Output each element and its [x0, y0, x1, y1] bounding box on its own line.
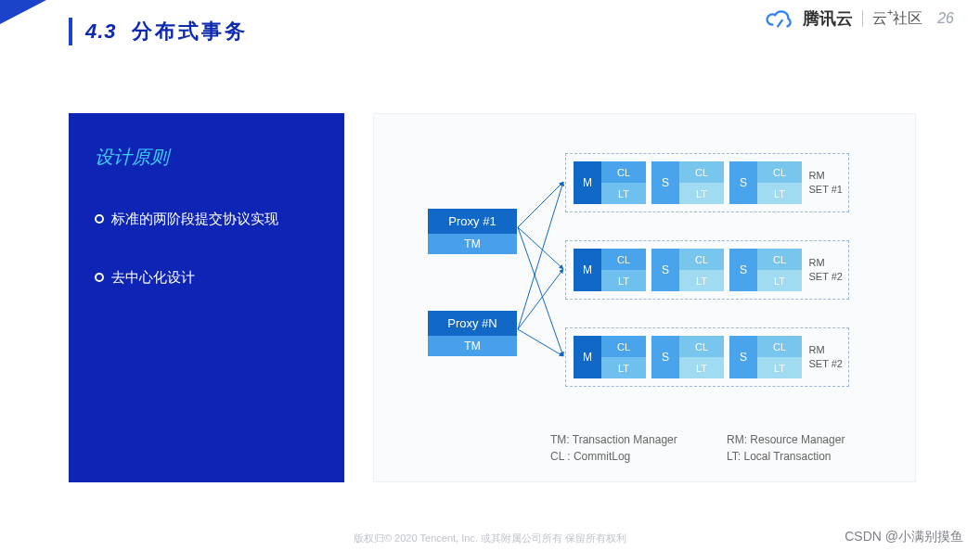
watermark: CSDN @小满别摸鱼	[845, 529, 963, 545]
node-type: M	[574, 249, 601, 291]
master-node: MCLLT	[574, 336, 646, 378]
proxy-label: Proxy #N	[428, 311, 517, 336]
legend-item: CL : CommitLog	[550, 450, 727, 463]
node-type: S	[729, 161, 757, 204]
sidebar-title: 设计原则	[95, 145, 318, 170]
slave-node: SCLLT	[651, 249, 724, 291]
node-cl: CL	[757, 336, 802, 357]
diagram-canvas: Proxy #1 TM Proxy #N TM MCLLTSCLLTSCLLTR…	[373, 113, 916, 482]
slave-node: SCLLT	[651, 336, 724, 378]
master-node: MCLLT	[574, 161, 646, 204]
brand-separator	[862, 10, 863, 27]
node-type: M	[574, 336, 601, 378]
node-cl: CL	[601, 336, 646, 357]
set-group: MCLLTSCLLTSCLLTRMSET #2	[565, 240, 849, 300]
proxy-box: Proxy #1 TM	[428, 209, 517, 254]
legend: TM: Transaction Manager RM: Resource Man…	[550, 433, 903, 463]
svg-line-0	[518, 182, 563, 227]
node-lt: LT	[601, 270, 646, 291]
brand-main-text: 腾讯云	[803, 7, 853, 30]
proxy-sub: TM	[428, 234, 517, 254]
node-type: M	[574, 161, 601, 204]
set-label: RMSET #2	[809, 343, 844, 372]
node-lt: LT	[601, 183, 646, 204]
node-lt: LT	[757, 183, 802, 204]
node-type: S	[729, 336, 757, 378]
node-lt: LT	[601, 357, 646, 378]
footer-copyright: 版权归© 2020 Tencent, Inc. 或其附属公司所有 保留所有权利	[0, 532, 980, 545]
node-cl: CL	[757, 161, 802, 183]
node-cl: CL	[601, 249, 646, 270]
set-label: RMSET #1	[809, 169, 844, 198]
legend-item: RM: Resource Manager	[727, 433, 903, 446]
node-type: S	[729, 249, 757, 291]
node-lt: LT	[679, 270, 724, 291]
proxy-label: Proxy #1	[428, 209, 517, 234]
node-lt: LT	[757, 357, 802, 378]
node-cl: CL	[679, 161, 724, 183]
set-group: MCLLTSCLLTSCLLTRMSET #2	[565, 327, 849, 387]
legend-item: TM: Transaction Manager	[550, 433, 727, 446]
master-node: MCLLT	[574, 249, 646, 291]
svg-line-2	[518, 227, 563, 356]
slave-node: SCLLT	[729, 336, 802, 378]
brand-plus-icon: +	[887, 7, 893, 18]
top-left-accent	[0, 0, 46, 24]
node-lt: LT	[679, 357, 724, 378]
node-type: S	[651, 161, 679, 204]
section-title-block: 4.3 分布式事务	[69, 18, 248, 45]
tencent-cloud-icon	[766, 7, 793, 30]
brand-block: 腾讯云 云+社区 26	[766, 7, 954, 30]
svg-line-5	[518, 329, 563, 356]
node-cl: CL	[601, 161, 646, 183]
brand-sub-a: 云	[872, 10, 887, 26]
sidebar-list: 标准的两阶段提交协议实现 去中心化设计	[95, 211, 318, 287]
node-type: S	[651, 249, 679, 291]
node-lt: LT	[757, 270, 802, 291]
svg-line-3	[518, 182, 563, 329]
legend-item: LT: Local Transaction	[727, 450, 903, 463]
slave-node: SCLLT	[729, 161, 802, 204]
slave-node: SCLLT	[651, 161, 724, 204]
sidebar-item: 标准的两阶段提交协议实现	[95, 211, 318, 228]
node-type: S	[651, 336, 679, 378]
sidebar-item: 去中心化设计	[95, 269, 318, 287]
set-label: RMSET #2	[809, 256, 844, 285]
section-number: 4.3	[85, 19, 117, 44]
brand-sub-text: 云+社区	[872, 9, 922, 29]
node-lt: LT	[679, 183, 724, 204]
page-number: 26	[937, 10, 954, 27]
node-cl: CL	[679, 249, 724, 270]
slave-node: SCLLT	[729, 249, 802, 291]
svg-line-4	[518, 269, 563, 329]
node-cl: CL	[679, 336, 724, 357]
proxy-box: Proxy #N TM	[428, 311, 517, 356]
node-cl: CL	[757, 249, 802, 270]
proxy-sub: TM	[428, 336, 517, 356]
svg-line-1	[518, 227, 563, 269]
section-title: 分布式事务	[132, 18, 248, 45]
sidebar-panel: 设计原则 标准的两阶段提交协议实现 去中心化设计	[69, 113, 344, 482]
brand-sub-b: 社区	[893, 10, 922, 26]
set-group: MCLLTSCLLTSCLLTRMSET #1	[565, 153, 849, 212]
